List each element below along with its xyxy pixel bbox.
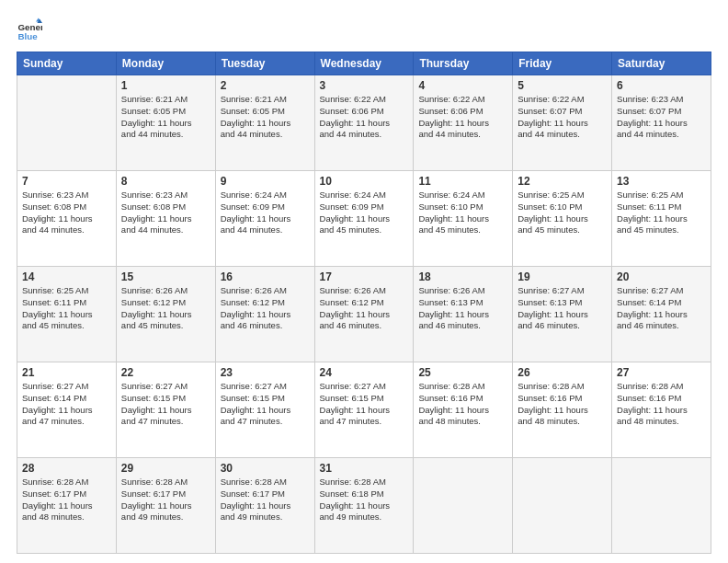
calendar-row: 1Sunrise: 6:21 AM Sunset: 6:05 PM Daylig… [17,75,711,171]
day-number: 7 [22,175,111,188]
day-number: 15 [121,270,210,283]
col-header-thursday: Thursday [414,52,513,75]
day-info: Sunrise: 6:21 AM Sunset: 6:05 PM Dayligh… [121,94,210,141]
calendar-cell: 31Sunrise: 6:28 AM Sunset: 6:18 PM Dayli… [314,458,414,554]
day-info: Sunrise: 6:28 AM Sunset: 6:18 PM Dayligh… [320,477,409,523]
calendar-cell: 6Sunrise: 6:23 AM Sunset: 6:07 PM Daylig… [612,75,711,171]
calendar-cell: 30Sunrise: 6:28 AM Sunset: 6:17 PM Dayli… [215,458,314,554]
day-number: 16 [221,270,310,283]
logo-icon: General Blue [17,17,42,42]
logo: General Blue [17,17,46,42]
calendar-cell: 16Sunrise: 6:26 AM Sunset: 6:12 PM Dayli… [215,267,314,362]
col-header-sunday: Sunday [17,52,117,75]
day-info: Sunrise: 6:24 AM Sunset: 6:09 PM Dayligh… [320,190,409,236]
day-info: Sunrise: 6:21 AM Sunset: 6:05 PM Dayligh… [221,94,310,141]
calendar-cell: 22Sunrise: 6:27 AM Sunset: 6:15 PM Dayli… [116,362,215,458]
day-info: Sunrise: 6:25 AM Sunset: 6:11 PM Dayligh… [617,190,706,236]
day-number: 23 [221,366,310,379]
day-number: 1 [121,79,210,92]
day-number: 19 [518,270,607,283]
col-header-wednesday: Wednesday [314,52,414,75]
calendar-cell [513,458,612,554]
calendar-cell: 13Sunrise: 6:25 AM Sunset: 6:11 PM Dayli… [612,171,711,267]
day-number: 10 [320,175,409,188]
calendar-cell: 24Sunrise: 6:27 AM Sunset: 6:15 PM Dayli… [314,362,414,458]
col-header-tuesday: Tuesday [215,52,314,75]
calendar-row: 21Sunrise: 6:27 AM Sunset: 6:14 PM Dayli… [17,362,711,458]
day-info: Sunrise: 6:27 AM Sunset: 6:15 PM Dayligh… [320,381,409,428]
calendar-cell: 27Sunrise: 6:28 AM Sunset: 6:16 PM Dayli… [612,362,711,458]
day-number: 27 [617,366,706,379]
day-info: Sunrise: 6:27 AM Sunset: 6:15 PM Dayligh… [221,381,310,428]
day-info: Sunrise: 6:23 AM Sunset: 6:07 PM Dayligh… [617,94,706,141]
calendar-cell: 23Sunrise: 6:27 AM Sunset: 6:15 PM Dayli… [215,362,314,458]
calendar-cell: 12Sunrise: 6:25 AM Sunset: 6:10 PM Dayli… [513,171,612,267]
day-number: 20 [617,270,706,283]
day-info: Sunrise: 6:26 AM Sunset: 6:12 PM Dayligh… [221,285,310,332]
day-number: 13 [617,175,706,188]
header-row: SundayMondayTuesdayWednesdayThursdayFrid… [17,52,711,75]
day-number: 22 [121,366,210,379]
calendar-cell: 10Sunrise: 6:24 AM Sunset: 6:09 PM Dayli… [314,171,414,267]
calendar-cell: 8Sunrise: 6:23 AM Sunset: 6:08 PM Daylig… [116,171,215,267]
day-number: 12 [518,175,607,188]
calendar-cell: 21Sunrise: 6:27 AM Sunset: 6:14 PM Dayli… [17,362,117,458]
day-number: 6 [617,79,706,92]
svg-text:Blue: Blue [17,31,38,41]
calendar-cell [17,75,117,171]
calendar-cell: 17Sunrise: 6:26 AM Sunset: 6:12 PM Dayli… [314,267,414,362]
col-header-saturday: Saturday [612,52,711,75]
day-number: 11 [418,175,507,188]
day-info: Sunrise: 6:28 AM Sunset: 6:16 PM Dayligh… [418,381,507,428]
day-info: Sunrise: 6:28 AM Sunset: 6:16 PM Dayligh… [617,381,706,428]
calendar-cell: 1Sunrise: 6:21 AM Sunset: 6:05 PM Daylig… [116,75,215,171]
day-number: 2 [221,79,310,92]
day-number: 18 [418,270,507,283]
day-info: Sunrise: 6:27 AM Sunset: 6:14 PM Dayligh… [22,381,111,428]
day-number: 26 [518,366,607,379]
day-info: Sunrise: 6:27 AM Sunset: 6:13 PM Dayligh… [518,285,607,332]
day-number: 4 [418,79,507,92]
col-header-monday: Monday [116,52,215,75]
calendar-cell: 19Sunrise: 6:27 AM Sunset: 6:13 PM Dayli… [513,267,612,362]
day-number: 21 [22,366,111,379]
calendar-cell: 11Sunrise: 6:24 AM Sunset: 6:10 PM Dayli… [414,171,513,267]
calendar-cell: 3Sunrise: 6:22 AM Sunset: 6:06 PM Daylig… [314,75,414,171]
day-info: Sunrise: 6:22 AM Sunset: 6:06 PM Dayligh… [320,94,409,141]
day-info: Sunrise: 6:28 AM Sunset: 6:17 PM Dayligh… [121,477,210,523]
calendar-cell: 2Sunrise: 6:21 AM Sunset: 6:05 PM Daylig… [215,75,314,171]
day-info: Sunrise: 6:24 AM Sunset: 6:09 PM Dayligh… [221,190,310,236]
day-info: Sunrise: 6:25 AM Sunset: 6:11 PM Dayligh… [22,285,111,332]
day-info: Sunrise: 6:27 AM Sunset: 6:14 PM Dayligh… [617,285,706,332]
calendar-cell: 15Sunrise: 6:26 AM Sunset: 6:12 PM Dayli… [116,267,215,362]
day-info: Sunrise: 6:26 AM Sunset: 6:12 PM Dayligh… [121,285,210,332]
calendar-row: 14Sunrise: 6:25 AM Sunset: 6:11 PM Dayli… [17,267,711,362]
calendar-table: SundayMondayTuesdayWednesdayThursdayFrid… [17,52,711,554]
day-number: 31 [320,462,409,475]
day-info: Sunrise: 6:22 AM Sunset: 6:07 PM Dayligh… [518,94,607,141]
header: General Blue [17,17,711,42]
day-number: 3 [320,79,409,92]
day-info: Sunrise: 6:24 AM Sunset: 6:10 PM Dayligh… [418,190,507,236]
day-info: Sunrise: 6:26 AM Sunset: 6:12 PM Dayligh… [320,285,409,332]
day-info: Sunrise: 6:28 AM Sunset: 6:17 PM Dayligh… [22,477,111,523]
day-number: 9 [221,175,310,188]
day-number: 29 [121,462,210,475]
calendar-cell: 26Sunrise: 6:28 AM Sunset: 6:16 PM Dayli… [513,362,612,458]
calendar-row: 7Sunrise: 6:23 AM Sunset: 6:08 PM Daylig… [17,171,711,267]
col-header-friday: Friday [513,52,612,75]
day-info: Sunrise: 6:28 AM Sunset: 6:17 PM Dayligh… [221,477,310,523]
day-number: 8 [121,175,210,188]
calendar-cell [612,458,711,554]
day-info: Sunrise: 6:23 AM Sunset: 6:08 PM Dayligh… [121,190,210,236]
calendar-cell: 28Sunrise: 6:28 AM Sunset: 6:17 PM Dayli… [17,458,117,554]
day-info: Sunrise: 6:28 AM Sunset: 6:16 PM Dayligh… [518,381,607,428]
calendar-cell: 5Sunrise: 6:22 AM Sunset: 6:07 PM Daylig… [513,75,612,171]
calendar-cell: 18Sunrise: 6:26 AM Sunset: 6:13 PM Dayli… [414,267,513,362]
calendar-cell: 14Sunrise: 6:25 AM Sunset: 6:11 PM Dayli… [17,267,117,362]
day-info: Sunrise: 6:26 AM Sunset: 6:13 PM Dayligh… [418,285,507,332]
day-number: 14 [22,270,111,283]
calendar-cell: 25Sunrise: 6:28 AM Sunset: 6:16 PM Dayli… [414,362,513,458]
day-number: 25 [418,366,507,379]
day-info: Sunrise: 6:23 AM Sunset: 6:08 PM Dayligh… [22,190,111,236]
